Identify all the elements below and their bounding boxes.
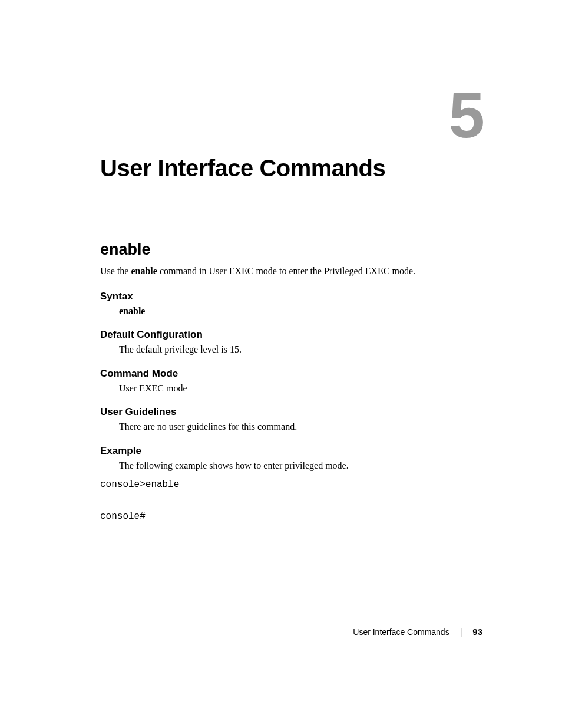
chapter-number: 5 [449,83,482,147]
command-mode-heading: Command Mode [100,368,482,380]
footer-divider: | [460,627,462,637]
example-text: The following example shows how to enter… [119,459,482,472]
section-title: enable [100,241,482,259]
footer-page-number: 93 [472,627,482,637]
chapter-title: User Interface Commands [100,155,482,182]
user-guidelines-text: There are no user guidelines for this co… [119,420,482,433]
command-mode-block: User EXEC mode [119,382,482,395]
syntax-text: enable [119,305,482,318]
intro-bold: enable [131,266,157,276]
example-block: The following example shows how to enter… [119,459,482,472]
default-config-text: The default privilege level is 15. [119,343,482,356]
content-area: User Interface Commands enable Use the e… [100,155,482,531]
section-intro: Use the enable command in User EXEC mode… [100,265,482,278]
default-config-block: The default privilege level is 15. [119,343,482,356]
user-guidelines-heading: User Guidelines [100,406,482,418]
syntax-heading: Syntax [100,291,482,302]
syntax-block: enable [119,305,482,318]
example-code: console>enable console# [100,477,482,525]
command-mode-text: User EXEC mode [119,382,482,395]
footer-section: User Interface Commands [353,627,449,637]
user-guidelines-block: There are no user guidelines for this co… [119,420,482,433]
document-page: 5 User Interface Commands enable Use the… [0,0,562,728]
intro-prefix: Use the [100,266,131,276]
page-footer: User Interface Commands | 93 [353,627,482,637]
intro-suffix: command in User EXEC mode to enter the P… [157,266,415,276]
example-heading: Example [100,445,482,457]
default-config-heading: Default Configuration [100,329,482,341]
